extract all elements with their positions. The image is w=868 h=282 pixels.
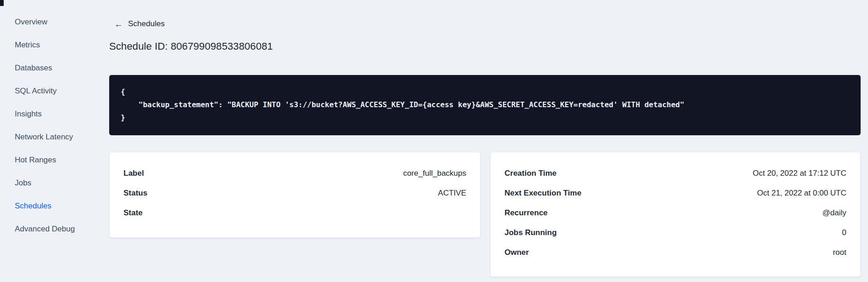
detail-row-label: Label core_full_backups bbox=[110, 163, 480, 183]
detail-row-next-execution-time: Next Execution Time Oct 21, 2022 at 0:00… bbox=[491, 183, 860, 203]
row-label: Label bbox=[123, 169, 144, 178]
row-label: Recurrence bbox=[504, 208, 548, 218]
row-value: Oct 21, 2022 at 0:00 UTC bbox=[757, 189, 846, 198]
detail-row-creation-time: Creation Time Oct 20, 2022 at 17:12 UTC bbox=[491, 163, 860, 183]
schedule-definition-code-block: { "backup_statement": "BACKUP INTO 's3:/… bbox=[109, 75, 861, 135]
detail-row-owner: Owner root bbox=[491, 242, 860, 262]
sidebar-item-databases[interactable]: Databases bbox=[0, 57, 97, 80]
schedule-details-card: Label core_full_backups Status ACTIVE St… bbox=[109, 152, 481, 238]
sidebar: Overview Metrics Databases SQL Activity … bbox=[0, 11, 97, 241]
row-label: Next Execution Time bbox=[504, 189, 581, 198]
detail-row-state: State bbox=[110, 203, 480, 223]
sidebar-item-network-latency[interactable]: Network Latency bbox=[0, 126, 97, 149]
row-label: Status bbox=[123, 189, 147, 198]
code-line: "backup_statement": "BACKUP INTO 's3://b… bbox=[121, 98, 849, 111]
row-value: core_full_backups bbox=[403, 169, 466, 178]
sidebar-item-schedules[interactable]: Schedules bbox=[0, 195, 97, 218]
schedule-detail-page: Overview Metrics Databases SQL Activity … bbox=[0, 0, 868, 282]
sidebar-item-insights[interactable]: Insights bbox=[0, 103, 97, 126]
code-line: { bbox=[121, 86, 849, 98]
schedule-timing-card: Creation Time Oct 20, 2022 at 17:12 UTC … bbox=[490, 152, 861, 277]
code-line: } bbox=[121, 111, 849, 124]
row-label: Creation Time bbox=[504, 169, 557, 178]
detail-row-recurrence: Recurrence @daily bbox=[491, 203, 860, 223]
row-label: Owner bbox=[504, 248, 529, 257]
back-to-schedules-link[interactable]: ← Schedules bbox=[114, 19, 164, 29]
detail-row-jobs-running: Jobs Running 0 bbox=[491, 223, 860, 242]
row-label: Jobs Running bbox=[504, 228, 557, 237]
back-arrow-icon: ← bbox=[114, 20, 123, 29]
window-edge-fragment bbox=[0, 0, 4, 6]
sidebar-item-hot-ranges[interactable]: Hot Ranges bbox=[0, 149, 97, 172]
row-value: ACTIVE bbox=[438, 189, 466, 198]
row-value: Oct 20, 2022 at 17:12 UTC bbox=[753, 169, 846, 178]
sidebar-item-sql-activity[interactable]: SQL Activity bbox=[0, 80, 97, 103]
detail-row-status: Status ACTIVE bbox=[110, 183, 480, 203]
row-value: root bbox=[833, 248, 846, 257]
row-value: @daily bbox=[822, 208, 846, 218]
sidebar-item-advanced-debug[interactable]: Advanced Debug bbox=[0, 218, 97, 241]
sidebar-item-metrics[interactable]: Metrics bbox=[0, 34, 97, 57]
page-title: Schedule ID: 806799098533806081 bbox=[109, 40, 273, 52]
sidebar-item-overview[interactable]: Overview bbox=[0, 11, 97, 34]
row-label: State bbox=[123, 208, 143, 218]
row-value: 0 bbox=[842, 228, 846, 237]
back-link-label: Schedules bbox=[128, 19, 164, 29]
sidebar-item-jobs[interactable]: Jobs bbox=[0, 172, 97, 195]
